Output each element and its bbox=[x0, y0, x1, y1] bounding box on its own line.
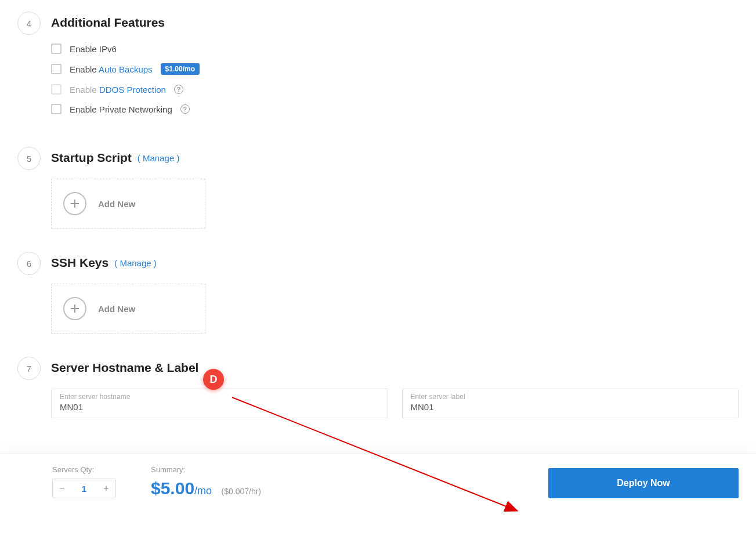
feature-ddos-row: Enable DDOS Protection ? bbox=[51, 84, 739, 95]
feature-private-networking-row[interactable]: Enable Private Networking ? bbox=[51, 104, 739, 114]
section-hostname-label: 7 Server Hostname & Label Enter server h… bbox=[17, 357, 739, 418]
hostname-input[interactable] bbox=[60, 401, 379, 413]
feature-auto-backups-prefix: Enable bbox=[70, 64, 99, 74]
qty-increment-button[interactable]: + bbox=[97, 479, 115, 498]
checkbox-ddos bbox=[51, 84, 62, 95]
deploy-now-button[interactable]: Deploy Now bbox=[548, 468, 739, 498]
add-ssh-key-label: Add New bbox=[98, 304, 135, 314]
step-number-4: 4 bbox=[17, 12, 41, 35]
deploy-footer: Servers Qty: − 1 + Summary: $5.00/mo ($0… bbox=[0, 453, 756, 516]
help-icon[interactable]: ? bbox=[180, 104, 190, 114]
section-title-additional-features: Additional Features bbox=[51, 16, 739, 30]
ddos-protection-link[interactable]: DDOS Protection bbox=[99, 85, 166, 95]
plus-icon bbox=[63, 297, 86, 320]
manage-ssh-keys-link[interactable]: ( Manage ) bbox=[114, 258, 157, 268]
auto-backups-price-badge: $1.00/mo bbox=[161, 63, 200, 75]
section-title-hostname-label: Server Hostname & Label bbox=[51, 361, 739, 375]
feature-ipv6-label: Enable IPv6 bbox=[70, 44, 117, 54]
feature-ipv6-row[interactable]: Enable IPv6 bbox=[51, 44, 739, 54]
summary-price: $5.00 bbox=[151, 479, 194, 498]
summary-label: Summary: bbox=[151, 465, 261, 474]
annotation-badge-d: D bbox=[203, 369, 224, 390]
checkbox-auto-backups[interactable] bbox=[51, 64, 62, 74]
servers-qty-stepper[interactable]: − 1 + bbox=[52, 479, 116, 498]
manage-startup-script-link[interactable]: ( Manage ) bbox=[138, 153, 180, 163]
step-number-6: 6 bbox=[17, 252, 41, 275]
checkbox-private-networking[interactable] bbox=[51, 104, 62, 114]
section-startup-script: 5 Startup Script ( Manage ) Add New bbox=[17, 147, 739, 229]
plus-icon bbox=[63, 192, 86, 215]
section-ssh-keys: 6 SSH Keys ( Manage ) Add New bbox=[17, 252, 739, 334]
servers-qty-label: Servers Qty: bbox=[52, 465, 116, 474]
section-title-startup-script: Startup Script bbox=[51, 151, 132, 165]
qty-value: 1 bbox=[71, 484, 97, 494]
add-startup-script-button[interactable]: Add New bbox=[51, 179, 205, 229]
server-label-input-label: Enter server label bbox=[411, 393, 730, 401]
hostname-input-group[interactable]: Enter server hostname bbox=[51, 389, 388, 418]
feature-ddos-prefix: Enable bbox=[70, 85, 99, 95]
summary-per-month: /mo bbox=[194, 485, 212, 497]
step-number-7: 7 bbox=[17, 357, 41, 380]
add-ssh-key-button[interactable]: Add New bbox=[51, 284, 205, 334]
qty-decrement-button[interactable]: − bbox=[53, 479, 71, 498]
auto-backups-link[interactable]: Auto Backups bbox=[99, 64, 153, 74]
section-title-ssh-keys: SSH Keys bbox=[51, 256, 108, 270]
server-label-input[interactable] bbox=[411, 401, 730, 413]
hostname-input-label: Enter server hostname bbox=[60, 393, 379, 401]
step-number-5: 5 bbox=[17, 147, 41, 170]
add-startup-script-label: Add New bbox=[98, 199, 135, 209]
feature-auto-backups-row[interactable]: Enable Auto Backups $1.00/mo bbox=[51, 63, 739, 75]
feature-private-networking-label: Enable Private Networking bbox=[70, 104, 172, 114]
server-label-input-group[interactable]: Enter server label bbox=[402, 389, 739, 418]
summary-hourly: ($0.007/hr) bbox=[222, 487, 261, 496]
checkbox-ipv6[interactable] bbox=[51, 44, 62, 54]
section-additional-features: 4 Additional Features Enable IPv6 Enable… bbox=[17, 12, 739, 124]
help-icon[interactable]: ? bbox=[174, 85, 183, 94]
